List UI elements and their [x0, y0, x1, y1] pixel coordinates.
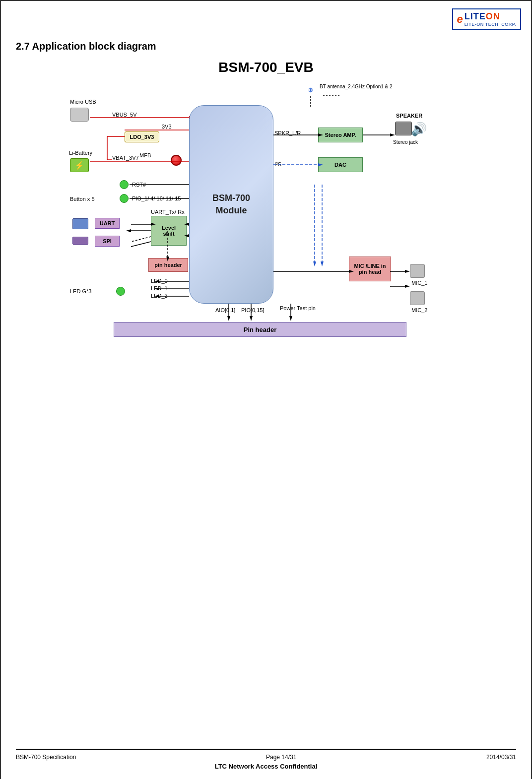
mic2-connector [410, 291, 425, 305]
usb-connector [70, 108, 89, 122]
section-heading: 2.7 Application block diagram [16, 41, 516, 52]
pin-header-right-box: MIC /LINE in pin head [349, 257, 391, 281]
pin-header-left-box: pin header [148, 258, 188, 272]
vbat-label: VBAT_3V7 [112, 155, 139, 161]
mic1-label: MIC_1 [411, 280, 427, 286]
led1-label: LED_1 [151, 285, 168, 291]
bsm-module: BSM-700 Module [189, 105, 273, 304]
spkr-label: SPKR_L/R [274, 130, 301, 136]
svg-marker-50 [250, 316, 253, 321]
aio-label: AIO[0,1] [215, 307, 235, 313]
logo-sub: LITE-ON TECH. CORP. [465, 22, 516, 27]
level-shift-box: Levelshift [151, 216, 187, 246]
mfb-button [171, 155, 182, 166]
svg-marker-44 [405, 285, 410, 288]
uart-box: UART [95, 218, 120, 229]
logo-liteon: LITEON LITE-ON TECH. CORP. [465, 11, 516, 27]
dac-box: DAC [318, 157, 363, 172]
mic-bold-text: MIC [354, 263, 364, 269]
speaker-icon: 🔊 [411, 122, 427, 137]
logo-e-icon: e [457, 13, 463, 26]
mic1-connector [410, 264, 425, 278]
logo-main: LITEON [465, 11, 516, 22]
battery-connector: ⚡ [70, 158, 89, 172]
stereo-amp-box: Stereo AMP. [318, 128, 363, 142]
led-g3-label: LED G*3 [70, 288, 91, 294]
speaker-connector [395, 122, 412, 135]
svg-line-24 [131, 237, 151, 242]
spi-box: SPI [95, 236, 120, 247]
footer-right: 2014/03/31 [486, 754, 516, 761]
bsm-module-text: BSM-700 Module [212, 192, 250, 217]
svg-marker-22 [126, 229, 131, 232]
svg-marker-42 [405, 270, 410, 273]
button-label: Button x 5 [70, 196, 95, 202]
footer-center: Page 14/31 [266, 754, 296, 761]
speaker-label: SPEAKER [396, 113, 422, 119]
led0-label: LED_0 [151, 278, 168, 284]
rst-button [120, 180, 129, 189]
led-circle [116, 287, 125, 296]
power-test-label: Power Test pin [280, 305, 316, 311]
page: e LITEON LITE-ON TECH. CORP. 2.7 Applica… [1, 1, 531, 779]
svg-marker-39 [313, 261, 316, 266]
vbus-label: VBUS_5V [112, 112, 137, 118]
led2-label: LED_2 [151, 293, 168, 299]
pin-header-bottom-box: Pin header [114, 322, 406, 337]
bt-icon: ⎈ [308, 85, 313, 94]
button-circle [120, 194, 129, 203]
diagram-title: BSM-700_EVB [16, 60, 516, 75]
uart-connector [72, 218, 88, 229]
micro-usb-label: Micro USB [70, 99, 96, 105]
footer-left: BSM-700 Specification [16, 754, 76, 761]
footer-confidential: LTC Network Access Confidential [16, 763, 516, 770]
svg-marker-40 [321, 261, 324, 266]
i2s-label: I²S [274, 161, 281, 167]
spi-connector [72, 237, 88, 245]
svg-marker-48 [227, 316, 230, 321]
uart-tx-rx-label: UART_Tx/ Rx [151, 209, 185, 215]
mfb-label: MFB [139, 152, 151, 158]
footer: BSM-700 Specification Page 14/31 2014/03… [16, 749, 516, 770]
3v3-label: 3V3 [162, 124, 172, 130]
svg-marker-52 [289, 316, 292, 321]
footer-divider [16, 749, 516, 750]
li-battery-label: Li-Battery [69, 150, 92, 156]
footer-row: BSM-700 Specification Page 14/31 2014/03… [16, 754, 516, 761]
rst-label: RST# [132, 182, 146, 188]
pin-head-text: pin head [359, 269, 381, 275]
svg-marker-34 [390, 133, 395, 136]
svg-line-23 [131, 242, 151, 247]
mic2-label: MIC_2 [411, 307, 427, 313]
logo: e LITEON LITE-ON TECH. CORP. [452, 8, 521, 30]
bt-antenna-label: BT antenna_2.4GHz Option1 & 2 [320, 84, 393, 89]
ldo-3v3-box: LDO_3V3 [125, 131, 159, 142]
pio-bottom-label: PIO[0,15] [241, 307, 264, 313]
stereo-jack-label: Stereo jack [393, 139, 418, 145]
diagram: Micro USB VBUS_5V 3V3 LDO_3V3 MFB Li-Bat… [43, 78, 489, 326]
pio-label: PIO_1/ 4/ 10/ 11/ 15 [132, 195, 181, 201]
